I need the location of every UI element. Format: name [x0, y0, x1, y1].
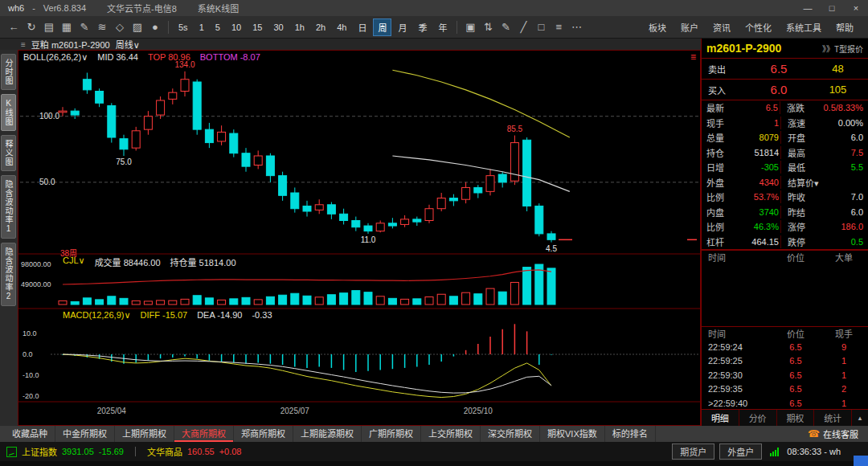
- quote-row: 内盘3740昨结6.0: [702, 205, 868, 220]
- alert-icon[interactable]: ●: [146, 21, 164, 33]
- collapse-arrow-icon[interactable]: ▴: [852, 410, 868, 426]
- index2-label[interactable]: 文华商品: [147, 445, 182, 458]
- back-icon[interactable]: ←: [5, 21, 23, 33]
- compare-icon[interactable]: ≋: [93, 21, 111, 33]
- mark-icon[interactable]: ◇: [111, 21, 129, 33]
- sidebar-tab-隐含波动率1[interactable]: 隐含波动率1: [1, 175, 16, 239]
- period-button-年[interactable]: 年: [433, 18, 452, 36]
- draw-icon[interactable]: ✎: [76, 21, 93, 33]
- account-button-期货户[interactable]: 期货户: [672, 444, 714, 460]
- customer-service[interactable]: ☎ 在线客服: [808, 427, 858, 440]
- market-tab-郑商所期权[interactable]: 郑商所期权: [234, 426, 293, 442]
- quote-value: 1: [734, 118, 779, 128]
- list-icon[interactable]: ≡: [550, 21, 567, 33]
- index2-change: +0.08: [219, 447, 242, 456]
- main-chart[interactable]: 100.050.098000.0049000.0010.00.0-10.0-20…: [18, 50, 701, 426]
- swap-icon[interactable]: ⇅: [479, 21, 497, 33]
- chart-layout-icon[interactable]: ▤: [40, 21, 58, 33]
- menu-个性化[interactable]: 个性化: [745, 21, 772, 34]
- period-button-日[interactable]: 日: [353, 18, 371, 36]
- period-button-1h[interactable]: 1h: [290, 20, 309, 35]
- indicator-icon[interactable]: ▦: [58, 21, 76, 33]
- minimize-button[interactable]: —: [796, 0, 820, 16]
- toolbar-right-icons: ▣⇅✎╱□≡⋯: [461, 21, 585, 33]
- menu-帮助[interactable]: 帮助: [836, 21, 854, 34]
- symbol-menu-icon[interactable]: ≡: [21, 40, 26, 49]
- period-button-1[interactable]: 1: [194, 20, 209, 35]
- period-button-季[interactable]: 季: [413, 18, 432, 36]
- quote-label: 最高: [780, 146, 825, 159]
- market-tab-上期所期权[interactable]: 上期所期权: [115, 426, 174, 442]
- quote-row: 比例46.3%涨停186.0: [702, 219, 868, 235]
- trendline-icon[interactable]: ╱: [514, 21, 532, 33]
- column-header: 时间: [702, 327, 772, 340]
- index-chart-icon[interactable]: [6, 447, 17, 457]
- market-tab-广期所期权[interactable]: 广期所期权: [362, 426, 421, 442]
- refresh-icon[interactable]: ↻: [23, 21, 40, 33]
- close-button[interactable]: ×: [844, 0, 868, 16]
- sidebar-tab-分时图[interactable]: 分时图: [1, 54, 16, 90]
- cloud-node-label: 文华云节点-电信8: [107, 2, 177, 14]
- market-tab-大商所期权[interactable]: 大商所期权: [174, 426, 234, 442]
- index1-label[interactable]: 上证指数: [22, 445, 57, 458]
- quote-tab-期权[interactable]: 期权: [777, 410, 815, 426]
- macd-label[interactable]: MACD(12,26,9)∨: [63, 310, 130, 321]
- boll-label[interactable]: BOLL(26,26,2)∨: [23, 52, 88, 63]
- chart-context-menu-icon[interactable]: ≡: [690, 51, 696, 63]
- title-separator: -: [32, 3, 35, 13]
- bid-price: 6.0: [750, 83, 808, 96]
- quote-value: 7.0: [825, 192, 863, 202]
- quote-tab-明细[interactable]: 明细: [702, 410, 739, 426]
- quote-tab-统计[interactable]: 统计: [814, 410, 852, 426]
- account-buttons: 期货户外盘户: [672, 444, 762, 460]
- quote-grid: 最新6.5涨跌0.5/8.33%现手1涨速0.00%总量8079开盘6.0持仓5…: [702, 100, 868, 250]
- ask-row[interactable]: 卖出 6.5 48: [702, 59, 868, 80]
- index2-value: 160.55: [187, 447, 215, 456]
- quote-label: 总量: [706, 131, 734, 144]
- bid-row[interactable]: 买入 6.0 105: [702, 80, 868, 100]
- overlay-icon[interactable]: ▣: [461, 21, 479, 33]
- column-header: 时间: [702, 251, 772, 264]
- market-tab-期权VIX指数[interactable]: 期权VIX指数: [540, 426, 605, 442]
- period-button-5s[interactable]: 5s: [174, 20, 193, 35]
- sidebar-tab-释义图[interactable]: 释义图: [1, 135, 16, 171]
- period-button-2h[interactable]: 2h: [311, 20, 330, 35]
- quote-header: m2601-P-2900 》》T型报价: [702, 39, 868, 58]
- chart-period-label[interactable]: 周线∨: [116, 38, 140, 51]
- quote-label: 结算价▾: [780, 176, 825, 189]
- pencil-icon[interactable]: ✎: [497, 21, 514, 33]
- tape-row: 22:59:256.51: [702, 354, 868, 369]
- quote-tab-分价[interactable]: 分价: [739, 410, 777, 426]
- period-button-月[interactable]: 月: [393, 18, 411, 36]
- account-button-外盘户[interactable]: 外盘户: [719, 444, 762, 460]
- sidebar-tab-K线图[interactable]: K线图: [1, 94, 16, 131]
- tape-qty: 1: [820, 356, 868, 366]
- cjl-label[interactable]: CJL∨: [63, 255, 85, 268]
- quote-row: 比例53.7%昨收7.0: [702, 190, 868, 205]
- period-button-10[interactable]: 10: [227, 20, 246, 35]
- grid-icon[interactable]: ▨: [129, 21, 146, 33]
- status-bar: 上证指数 3931.05 -15.69 文华商品 160.55 +0.08 期货…: [0, 442, 868, 461]
- window-controls: — □ ×: [796, 0, 868, 16]
- t-quote-link[interactable]: 》》T型报价: [822, 43, 863, 55]
- market-tab-标的排名[interactable]: 标的排名: [605, 426, 656, 442]
- sidebar-tab-隐含波动率2[interactable]: 隐含波动率2: [1, 243, 16, 306]
- period-button-15[interactable]: 15: [248, 20, 267, 35]
- period-button-周[interactable]: 周: [373, 18, 391, 36]
- period-button-4h[interactable]: 4h: [332, 20, 351, 35]
- quote-row: 杠杆464.15跌停0.5: [702, 235, 868, 250]
- period-button-5[interactable]: 5: [211, 20, 225, 35]
- market-tab-深交所期权[interactable]: 深交所期权: [481, 426, 540, 442]
- market-tab-收藏品种[interactable]: 收藏品种: [5, 426, 55, 442]
- market-tab-上交所期权[interactable]: 上交所期权: [421, 426, 481, 442]
- menu-账户[interactable]: 账户: [681, 21, 698, 34]
- maximize-button[interactable]: □: [820, 0, 844, 16]
- menu-板块[interactable]: 板块: [649, 21, 666, 34]
- rect-tool-icon[interactable]: □: [532, 21, 550, 33]
- period-button-30[interactable]: 30: [268, 20, 288, 35]
- menu-系统工具[interactable]: 系统工具: [786, 21, 821, 34]
- menu-资讯[interactable]: 资讯: [713, 21, 731, 34]
- more-icon[interactable]: ⋯: [567, 21, 585, 33]
- market-tab-上期能源期权[interactable]: 上期能源期权: [293, 426, 362, 442]
- market-tab-中金所期权[interactable]: 中金所期权: [55, 426, 115, 442]
